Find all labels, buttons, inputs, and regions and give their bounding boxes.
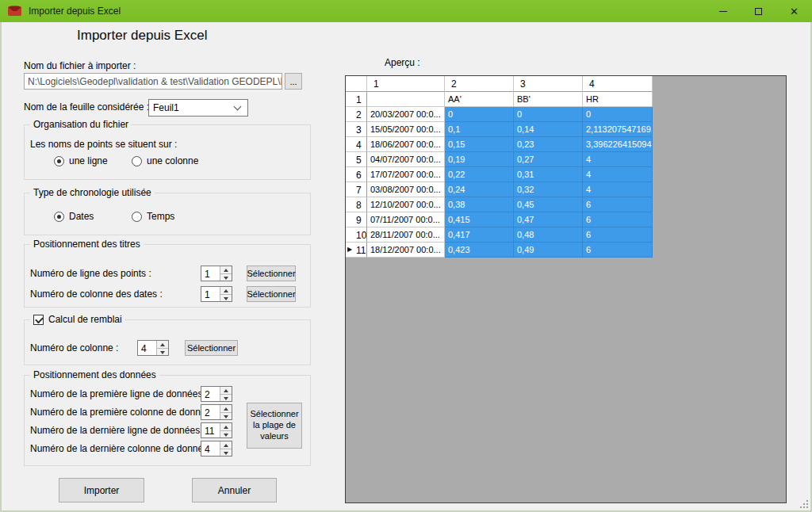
radio-temps[interactable]: Temps [132, 211, 174, 222]
grid-cell[interactable]: 0,47 [514, 212, 583, 227]
minimize-button[interactable] [705, 0, 741, 22]
grid-cell[interactable]: 4 [583, 182, 653, 197]
grid-cell[interactable]: 0 [445, 107, 514, 122]
grid-cell[interactable]: 0,31 [514, 167, 583, 182]
grid-cell[interactable]: 0,1 [445, 122, 514, 137]
grid-cell[interactable]: 0,15 [445, 137, 514, 152]
grid-cell[interactable]: 0,45 [514, 197, 583, 212]
grid-cell[interactable]: 2,113207547169... [583, 122, 653, 137]
grid-cell[interactable]: 0 [583, 107, 653, 122]
grid-cell[interactable]: 6 [583, 212, 653, 227]
down-arrow-icon[interactable] [220, 295, 232, 302]
close-button[interactable]: ✕ [776, 0, 812, 22]
grid-cell[interactable] [367, 92, 445, 107]
grid-cell[interactable]: 0,423 [445, 243, 514, 258]
down-arrow-icon[interactable] [220, 395, 232, 402]
row-header[interactable]: 2 [346, 107, 367, 122]
import-button[interactable]: Importer [59, 478, 144, 502]
maximize-button[interactable] [741, 0, 776, 22]
grid-cell[interactable]: 0 [514, 107, 583, 122]
row-header[interactable]: 7 [346, 182, 367, 197]
grid-cell[interactable]: BB' [514, 92, 583, 107]
grid-cell[interactable]: 0,24 [445, 182, 514, 197]
row-header[interactable]: ▶11 [346, 243, 367, 258]
row-header[interactable]: 10 [346, 227, 367, 243]
down-arrow-icon[interactable] [220, 449, 232, 457]
file-path-input[interactable]: N:\Logiciels\Geodepl\validation & test\V… [24, 73, 282, 90]
grid-cell[interactable]: 6 [583, 197, 653, 212]
select-colonne-dates-button[interactable]: Sélectionner [247, 286, 296, 302]
radio-une-colonne[interactable]: une colonne [132, 155, 198, 166]
up-arrow-icon[interactable] [220, 266, 232, 274]
grid-cell[interactable]: 4 [583, 167, 653, 182]
premiere-ligne-stepper[interactable]: 2 [201, 386, 232, 402]
row-header[interactable]: 1 [346, 92, 367, 107]
grid-cell[interactable]: 0,49 [514, 243, 583, 258]
sheet-select[interactable]: Feuil1 [148, 99, 248, 117]
grid-cell[interactable]: 0,417 [445, 227, 514, 243]
column-header[interactable]: 1 [367, 76, 445, 92]
derniere-colonne-stepper[interactable]: 4 [201, 441, 232, 457]
colonne-dates-stepper[interactable]: 1 [201, 286, 232, 302]
grid-cell[interactable]: 18/06/2007 00:0... [367, 137, 445, 152]
select-ligne-points-button[interactable]: Sélectionner [247, 266, 296, 281]
column-header[interactable]: 2 [445, 76, 514, 92]
stepper-arrows[interactable] [220, 387, 232, 401]
stepper-arrows[interactable] [220, 287, 232, 301]
up-arrow-icon[interactable] [220, 441, 232, 449]
column-header[interactable]: 4 [583, 76, 653, 92]
grid-cell[interactable]: 0,19 [445, 152, 514, 167]
browse-button[interactable]: ... [285, 73, 302, 90]
row-header[interactable]: 5 [346, 152, 367, 167]
remblai-checkbox[interactable]: Calcul de remblai [30, 314, 125, 325]
down-arrow-icon[interactable] [220, 431, 232, 438]
grid-cell[interactable]: 0,32 [514, 182, 583, 197]
up-arrow-icon[interactable] [220, 405, 232, 413]
grid-corner-cell[interactable] [346, 76, 367, 92]
up-arrow-icon[interactable] [220, 287, 232, 295]
stepper-arrows[interactable] [220, 441, 232, 456]
grid-cell[interactable]: 0,415 [445, 212, 514, 227]
grid-cell[interactable]: 0,14 [514, 122, 583, 137]
row-header[interactable]: 4 [346, 137, 367, 152]
up-arrow-icon[interactable] [220, 387, 232, 395]
row-header[interactable]: 3 [346, 122, 367, 137]
stepper-arrows[interactable] [220, 423, 232, 437]
grid-cell[interactable]: 28/11/2007 00:0... [367, 227, 445, 243]
grid-cell[interactable]: 6 [583, 243, 653, 258]
column-header[interactable]: 3 [514, 76, 583, 92]
grid-cell[interactable]: 0,27 [514, 152, 583, 167]
grid-cell[interactable]: 18/12/2007 00:0... [367, 243, 445, 258]
remblai-colonne-stepper[interactable]: 4 [137, 340, 169, 356]
premiere-colonne-stepper[interactable]: 2 [201, 404, 232, 420]
grid-cell[interactable]: HR [583, 92, 653, 107]
down-arrow-icon[interactable] [220, 413, 232, 420]
up-arrow-icon[interactable] [157, 341, 168, 349]
grid-cell[interactable]: 15/05/2007 00:0... [367, 122, 445, 137]
row-header[interactable]: 9 [346, 212, 367, 227]
grid-cell[interactable]: 0,48 [514, 227, 583, 243]
up-arrow-icon[interactable] [220, 423, 232, 431]
select-remblai-button[interactable]: Sélectionner [185, 340, 238, 356]
grid-cell[interactable]: 12/10/2007 00:0... [367, 197, 445, 212]
grid-cell[interactable]: 3,396226415094... [583, 137, 653, 152]
grid-cell[interactable]: 0,22 [445, 167, 514, 182]
cancel-button[interactable]: Annuler [192, 478, 277, 502]
stepper-arrows[interactable] [220, 405, 232, 419]
radio-une-ligne[interactable]: une ligne [54, 155, 108, 166]
row-header[interactable]: 6 [346, 167, 367, 182]
stepper-arrows[interactable] [220, 266, 232, 281]
derniere-ligne-stepper[interactable]: 11 [201, 422, 232, 438]
down-arrow-icon[interactable] [220, 274, 232, 281]
grid-cell[interactable]: 0,23 [514, 137, 583, 152]
ligne-points-stepper[interactable]: 1 [201, 266, 232, 281]
grid-cell[interactable]: 0,38 [445, 197, 514, 212]
select-range-button[interactable]: Sélectionner la plage de valeurs [247, 403, 302, 449]
grid-cell[interactable]: 03/08/2007 00:0... [367, 182, 445, 197]
grid-cell[interactable]: 07/11/2007 00:0... [367, 212, 445, 227]
grid-cell[interactable]: 20/03/2007 00:0... [367, 107, 445, 122]
grid-cell[interactable]: 17/07/2007 00:0... [367, 167, 445, 182]
row-header[interactable]: 8 [346, 197, 367, 212]
down-arrow-icon[interactable] [157, 349, 168, 356]
grid-cell[interactable]: 4 [583, 152, 653, 167]
